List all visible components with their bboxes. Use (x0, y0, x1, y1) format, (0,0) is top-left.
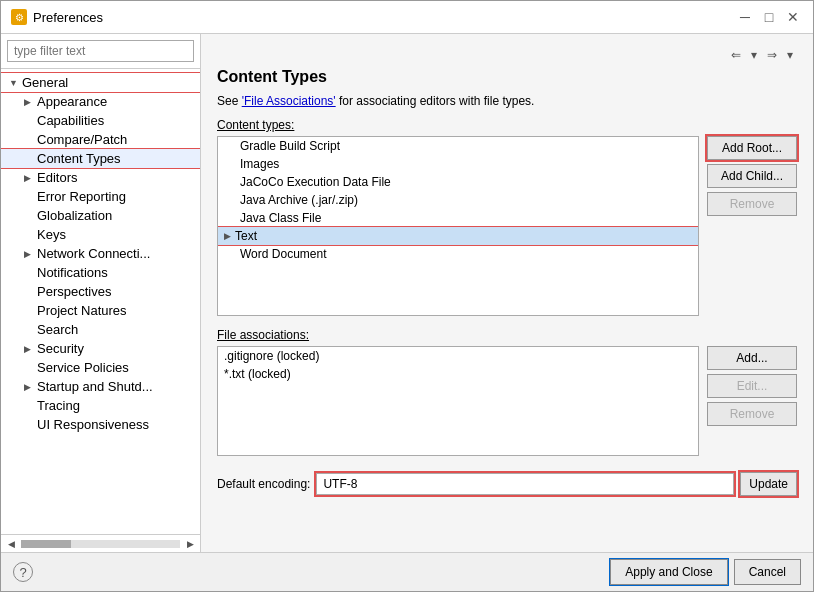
sidebar-label-contenttypes: Content Types (37, 151, 121, 166)
content-type-item[interactable]: Java Class File (218, 209, 698, 227)
sidebar-item-contenttypes[interactable]: Content Types (1, 149, 200, 168)
sidebar-item-comparepatch[interactable]: Compare/Patch (1, 130, 200, 149)
scroll-right-button[interactable]: ▶ (182, 536, 198, 552)
sidebar-label-servicepolicies: Service Policies (37, 360, 129, 375)
sidebar-item-general[interactable]: ▼General (1, 73, 200, 92)
sidebar-label-tracing: Tracing (37, 398, 80, 413)
sidebar-item-tracing[interactable]: Tracing (1, 396, 200, 415)
panel-description: See 'File Associations' for associating … (217, 94, 797, 108)
sidebar-label-general: General (22, 75, 68, 90)
file-assoc-section: .gitignore (locked)*.txt (locked) Add...… (217, 346, 797, 456)
sidebar-label-perspectives: Perspectives (37, 284, 111, 299)
sidebar-item-uiresponsiveness[interactable]: UI Responsiveness (1, 415, 200, 434)
content-type-item[interactable]: Gradle Build Script (218, 137, 698, 155)
desc-text: See (217, 94, 242, 108)
sidebar-label-errorreporting: Error Reporting (37, 189, 126, 204)
content-type-label: Gradle Build Script (240, 139, 340, 153)
tree-arrow-startupshutdown: ▶ (24, 382, 34, 392)
minimize-button[interactable]: ─ (735, 7, 755, 27)
add-child-button[interactable]: Add Child... (707, 164, 797, 188)
sidebar-item-search[interactable]: Search (1, 320, 200, 339)
update-button[interactable]: Update (740, 472, 797, 496)
tree-arrow-security: ▶ (24, 344, 34, 354)
window-controls: ─ □ ✕ (735, 7, 803, 27)
main-panel: ⇐ ▾ ⇒ ▾ Content Types See 'File Associat… (201, 34, 813, 552)
file-assoc-buttons: Add... Edit... Remove (707, 346, 797, 456)
sidebar: ▼General▶AppearanceCapabilitiesCompare/P… (1, 34, 201, 552)
content-types-buttons: Add Root... Add Child... Remove (707, 136, 797, 316)
file-associations-link[interactable]: 'File Associations' (242, 94, 336, 108)
sidebar-item-perspectives[interactable]: Perspectives (1, 282, 200, 301)
content-type-label: Text (235, 229, 257, 243)
sidebar-label-appearance: Appearance (37, 94, 107, 109)
content-types-label: Content types: (217, 118, 797, 132)
title-bar: ⚙ Preferences ─ □ ✕ (1, 1, 813, 34)
navigation-arrows: ⇐ ▾ ⇒ ▾ (217, 46, 797, 64)
sidebar-item-security[interactable]: ▶Security (1, 339, 200, 358)
tree-arrow-networkconn: ▶ (24, 249, 34, 259)
add-root-button[interactable]: Add Root... (707, 136, 797, 160)
forward-dropdown-button[interactable]: ▾ (747, 46, 761, 64)
content-type-item[interactable]: Java Archive (.jar/.zip) (218, 191, 698, 209)
edit-button[interactable]: Edit... (707, 374, 797, 398)
list-item-arrow: ▶ (224, 231, 231, 241)
content-type-item[interactable]: Images (218, 155, 698, 173)
sidebar-item-globalization[interactable]: Globalization (1, 206, 200, 225)
remove-button-1[interactable]: Remove (707, 192, 797, 216)
sidebar-label-projectnatures: Project Natures (37, 303, 127, 318)
sidebar-label-search: Search (37, 322, 78, 337)
content-type-label: JaCoCo Execution Data File (240, 175, 391, 189)
sidebar-item-networkconn[interactable]: ▶Network Connecti... (1, 244, 200, 263)
sidebar-item-projectnatures[interactable]: Project Natures (1, 301, 200, 320)
sidebar-item-capabilities[interactable]: Capabilities (1, 111, 200, 130)
encoding-row: Default encoding: Update (217, 472, 797, 496)
content-type-item[interactable]: ▶Text (218, 227, 698, 245)
sidebar-item-notifications[interactable]: Notifications (1, 263, 200, 282)
add-button[interactable]: Add... (707, 346, 797, 370)
sidebar-label-keys: Keys (37, 227, 66, 242)
content-types-list[interactable]: Gradle Build ScriptImagesJaCoCo Executio… (217, 136, 699, 316)
dialog-title: Preferences (33, 10, 729, 25)
file-assoc-label: *.txt (locked) (224, 367, 291, 381)
sidebar-item-keys[interactable]: Keys (1, 225, 200, 244)
close-button[interactable]: ✕ (783, 7, 803, 27)
sidebar-label-networkconn: Network Connecti... (37, 246, 150, 261)
help-button[interactable]: ? (13, 562, 33, 582)
sidebar-item-errorreporting[interactable]: Error Reporting (1, 187, 200, 206)
desc-suffix: for associating editors with file types. (336, 94, 535, 108)
sidebar-item-appearance[interactable]: ▶Appearance (1, 92, 200, 111)
content-type-label: Word Document (240, 247, 326, 261)
sidebar-item-servicepolicies[interactable]: Service Policies (1, 358, 200, 377)
remove-button-2[interactable]: Remove (707, 402, 797, 426)
search-box (1, 34, 200, 69)
maximize-button[interactable]: □ (759, 7, 779, 27)
content-types-section: Gradle Build ScriptImagesJaCoCo Executio… (217, 136, 797, 316)
scroll-track[interactable] (21, 540, 180, 548)
forward-button[interactable]: ⇒ (763, 46, 781, 64)
cancel-button[interactable]: Cancel (734, 559, 801, 585)
file-assoc-list[interactable]: .gitignore (locked)*.txt (locked) (217, 346, 699, 456)
scroll-thumb (21, 540, 71, 548)
search-input[interactable] (7, 40, 194, 62)
sidebar-label-editors: Editors (37, 170, 77, 185)
content-type-label: Java Class File (240, 211, 321, 225)
content-type-item[interactable]: Word Document (218, 245, 698, 263)
bottom-bar: ? Apply and Close Cancel (1, 552, 813, 591)
file-assoc-item[interactable]: .gitignore (locked) (218, 347, 698, 365)
encoding-input[interactable] (316, 473, 734, 495)
file-assoc-item[interactable]: *.txt (locked) (218, 365, 698, 383)
back-button[interactable]: ⇐ (727, 46, 745, 64)
content-type-item[interactable]: JaCoCo Execution Data File (218, 173, 698, 191)
sidebar-item-editors[interactable]: ▶Editors (1, 168, 200, 187)
sidebar-label-comparepatch: Compare/Patch (37, 132, 127, 147)
preferences-dialog: ⚙ Preferences ─ □ ✕ ▼General▶AppearanceC… (0, 0, 814, 592)
scroll-left-button[interactable]: ◀ (3, 536, 19, 552)
content-type-label: Images (240, 157, 279, 171)
forward-dropdown2-button[interactable]: ▾ (783, 46, 797, 64)
sidebar-item-startupshutdown[interactable]: ▶Startup and Shutd... (1, 377, 200, 396)
tree-arrow-editors: ▶ (24, 173, 34, 183)
file-assoc-label: File associations: (217, 328, 797, 342)
sidebar-label-startupshutdown: Startup and Shutd... (37, 379, 153, 394)
apply-close-button[interactable]: Apply and Close (610, 559, 727, 585)
sidebar-tree: ▼General▶AppearanceCapabilitiesCompare/P… (1, 69, 200, 534)
